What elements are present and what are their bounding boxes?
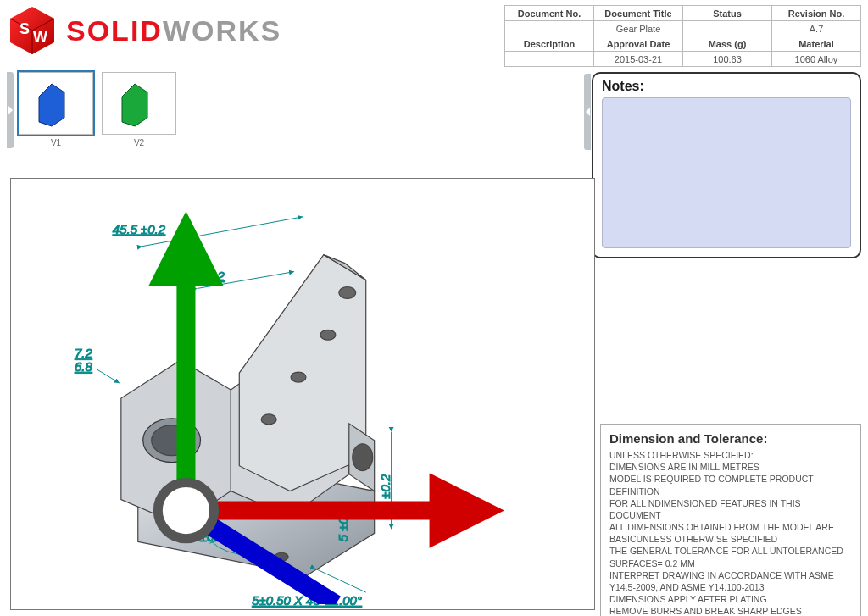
- info-h-mass: Mass (g): [683, 36, 772, 52]
- svg-marker-31: [430, 473, 504, 547]
- coordinate-triad-icon[interactable]: [16, 174, 599, 604]
- svg-text:W: W: [33, 29, 47, 46]
- info-h-desc: Description: [505, 36, 594, 52]
- info-material: 1060 Alloy: [772, 52, 861, 67]
- info-h-docno: Document No.: [505, 6, 594, 21]
- dimension-tolerance-title: Dimension and Tolerance:: [609, 431, 852, 446]
- info-mass: 100.63: [683, 52, 772, 67]
- version-thumb-v2[interactable]: V2: [102, 72, 176, 147]
- document-info-table: Document No. Document Title Status Revis…: [504, 5, 861, 67]
- dimension-tolerance-panel: Dimension and Tolerance: UNLESS OTHERWIS…: [600, 424, 861, 616]
- info-desc: [505, 52, 594, 67]
- drawing-canvas[interactable]: 45.5 ±0.2 22.1 ±0.2 7.2 6.8 R5 ±0.25 5 ±…: [10, 178, 595, 610]
- notes-title: Notes:: [602, 79, 851, 94]
- info-h-rev: Revision No.: [772, 6, 861, 21]
- info-h-title: Document Title: [594, 6, 683, 21]
- svg-marker-4: [39, 84, 64, 126]
- info-title: Gear Plate: [594, 21, 683, 36]
- info-h-status: Status: [683, 6, 772, 21]
- svg-point-33: [158, 482, 214, 538]
- thumbnail-collapse-handle[interactable]: [7, 72, 14, 148]
- app-logo: S W SOLIDWORKS: [7, 5, 281, 56]
- version-thumb-v1[interactable]: V1: [19, 72, 93, 147]
- notes-body[interactable]: [602, 97, 851, 248]
- solidworks-cube-icon: S W: [7, 5, 58, 56]
- dimension-tolerance-body: UNLESS OTHERWISE SPECIFIED: DIMENSIONS A…: [609, 449, 852, 616]
- notes-panel: Notes:: [592, 72, 861, 258]
- svg-marker-29: [148, 211, 223, 286]
- info-docno: [505, 21, 594, 36]
- svg-text:S: S: [19, 20, 30, 37]
- info-h-material: Material: [772, 36, 861, 52]
- info-h-approve: Approval Date: [594, 36, 683, 52]
- notes-collapse-handle[interactable]: [584, 74, 591, 150]
- svg-marker-5: [122, 84, 147, 126]
- info-rev: A.7: [772, 21, 861, 36]
- logo-text-works: WORKS: [163, 14, 281, 47]
- info-approve: 2015-03-21: [594, 52, 683, 67]
- info-status: [683, 21, 772, 36]
- logo-text-solid: SOLID: [66, 14, 163, 47]
